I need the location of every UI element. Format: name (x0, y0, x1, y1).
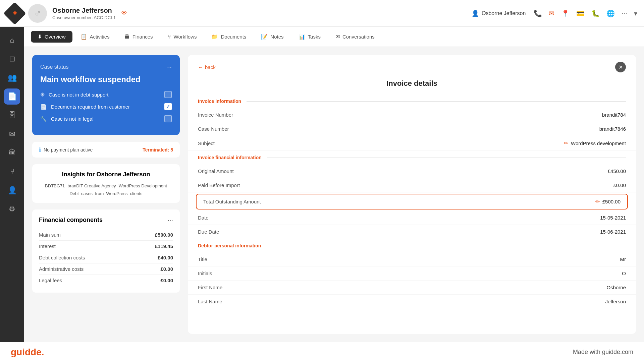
invoice-section-info: Invoice information (188, 95, 636, 108)
insight-tag-0: BDTBG71 (45, 183, 65, 188)
invoice-row-original-amount: Original Amount £450.00 (188, 164, 636, 178)
sidebar-item-cases[interactable]: ⊟ (4, 51, 20, 67)
debtor-title-value: Mr (620, 256, 626, 262)
debtor-title-label: Title (198, 256, 207, 262)
sidebar-item-home[interactable]: ⌂ (4, 32, 20, 48)
finances-tab-icon: 🏛 (124, 34, 130, 40)
sidebar-item-users[interactable]: 👥 (4, 70, 20, 86)
financial-label-4: Legal fees (39, 278, 62, 283)
globe-action-icon[interactable]: 🌐 (606, 9, 615, 17)
invoice-section-debtor-label: Debtor personal information (198, 243, 261, 248)
tab-finances[interactable]: 🏛 Finances (118, 31, 160, 43)
subject-value: ✏ WordPress development (564, 140, 626, 146)
invoice-section-line-0 (247, 101, 626, 102)
insights-tags: BDTBG71 branDiT Creative Agency WordPres… (39, 183, 173, 196)
close-button[interactable]: ✕ (615, 62, 626, 72)
financial-label-1: Interest (39, 243, 56, 249)
case-avatar: ♂ (28, 4, 47, 23)
top-header: ✦ ♂ Osborne Jefferson Case owner number:… (0, 0, 644, 27)
back-arrow-icon: ← (198, 64, 203, 70)
invoice-row-title: Title Mr (188, 252, 636, 266)
date-value: 15-05-2021 (600, 215, 626, 221)
case-name: Osborne Jefferson (52, 7, 116, 14)
due-date-value: 15-06-2021 (600, 229, 626, 235)
footer: guidde. Made with guidde.com (0, 342, 644, 362)
financial-more-icon[interactable]: ··· (167, 216, 173, 224)
legal-checkbox[interactable] (164, 115, 172, 122)
invoice-section-financial-label: Invoice financial information (198, 155, 262, 160)
invoice-section-line-1 (267, 158, 626, 158)
due-date-label: Due Date (198, 229, 219, 235)
total-outstanding-edit-icon[interactable]: ✏ (595, 198, 600, 205)
debt-support-icon: ✳ (40, 92, 45, 98)
date-label: Date (198, 215, 209, 221)
terminated-link[interactable]: Terminated: 5 (143, 147, 173, 153)
financial-value-4: £0.00 (160, 278, 173, 283)
back-button[interactable]: ← back (198, 64, 216, 70)
tab-activities[interactable]: 📋 Activities (74, 31, 116, 43)
sidebar-item-database[interactable]: 🗄 (4, 107, 20, 123)
case-status-more-icon[interactable]: ··· (166, 63, 172, 71)
header-actions: 📞 ✉ 📍 💳 🐛 🌐 ··· ▾ (534, 9, 637, 17)
case-number: Case owner number: ACC-DCI-1 (52, 15, 116, 20)
invoice-section-debtor: Debtor personal information (188, 239, 636, 252)
debt-support-checkbox[interactable] (164, 91, 172, 98)
watch-icon[interactable]: 👁 (121, 10, 127, 17)
case-status-card: Case status ··· Main workflow suspended … (32, 55, 180, 135)
tab-conversations[interactable]: ✉ Conversations (329, 31, 381, 43)
sidebar-item-documents[interactable]: 📄 (4, 88, 20, 105)
sidebar-item-bank[interactable]: 🏛 (4, 145, 20, 161)
financial-components-card: Financial components ··· Main sum £500.0… (32, 209, 180, 293)
financial-row-1: Interest £119.45 (39, 241, 173, 252)
bug-action-icon[interactable]: 🐛 (591, 9, 600, 17)
tab-tasks[interactable]: 📊 Tasks (292, 31, 327, 43)
insight-tag-2: WordPress Development (119, 183, 167, 188)
insights-title: Insights for Osborne Jefferson (39, 171, 173, 178)
tab-workflows[interactable]: ⑂ Workflows (161, 31, 204, 43)
tab-bar: ⬇ Overview 📋 Activities 🏛 Finances ⑂ Wor… (24, 27, 644, 47)
total-outstanding-value: ✏ £500.00 (595, 198, 621, 205)
sidebar-item-workflows[interactable]: ⑂ (4, 164, 20, 180)
original-amount-value: £450.00 (608, 168, 626, 174)
invoice-section-info-label: Invoice information (198, 99, 241, 104)
invoice-number-label: Invoice Number (198, 112, 233, 118)
footer-logo: guidde. (11, 347, 44, 358)
invoice-panel: ← back ✕ Invoice details Invoice informa… (188, 55, 636, 334)
financial-value-2: £40.00 (158, 255, 173, 260)
sidebar-item-mail[interactable]: ✉ (4, 126, 20, 142)
checklist-item-documents: 📄 Documents required from customer (40, 103, 172, 110)
debtor-first-name-label: First Name (198, 285, 222, 290)
documents-req-checkbox[interactable] (164, 103, 172, 110)
legal-label: Case is not in legal (51, 116, 160, 122)
location-action-icon[interactable]: 📍 (561, 9, 570, 17)
sidebar-item-team[interactable]: 👤 (4, 182, 20, 198)
logo-area: ✦ ♂ Osborne Jefferson Case owner number:… (7, 4, 127, 23)
activities-tab-icon: 📋 (80, 34, 87, 40)
financial-row-0: Main sum £500.00 (39, 229, 173, 241)
sidebar-item-settings[interactable]: ⚙ (4, 201, 20, 217)
subject-label: Subject (198, 140, 215, 146)
financial-row-4: Legal fees £0.00 (39, 275, 173, 286)
invoice-header-bar: ← back ✕ (188, 55, 636, 79)
tab-notes[interactable]: 📝 Notes (254, 31, 290, 43)
invoice-row-subject: Subject ✏ WordPress development (188, 136, 636, 151)
invoice-row-last-name: Last Name Jefferson (188, 295, 636, 308)
case-number-value: brandit7846 (599, 126, 626, 132)
back-label: back (205, 64, 216, 70)
chevron-down-action-icon[interactable]: ▾ (634, 9, 637, 17)
financial-value-1: £119.45 (155, 243, 173, 249)
tab-documents[interactable]: 📁 Documents (205, 31, 253, 43)
card-action-icon[interactable]: 💳 (576, 9, 585, 17)
invoice-number-value: brandit784 (602, 112, 626, 118)
email-action-icon[interactable]: ✉ (549, 9, 554, 17)
checklist-item-legal: 🔧 Case is not in legal (40, 115, 172, 122)
invoice-row-paid-before: Paid Before Import £0.00 (188, 178, 636, 192)
app-logo[interactable]: ✦ (3, 2, 26, 25)
invoice-section-line-3 (266, 246, 626, 246)
phone-action-icon[interactable]: 📞 (534, 9, 542, 17)
more-action-icon[interactable]: ··· (622, 9, 627, 17)
payment-plan-card: ℹ No payment plan active Terminated: 5 (32, 142, 180, 158)
subject-edit-icon[interactable]: ✏ (564, 140, 568, 146)
tab-overview[interactable]: ⬇ Overview (31, 31, 72, 43)
documents-tab-icon: 📁 (211, 34, 218, 40)
